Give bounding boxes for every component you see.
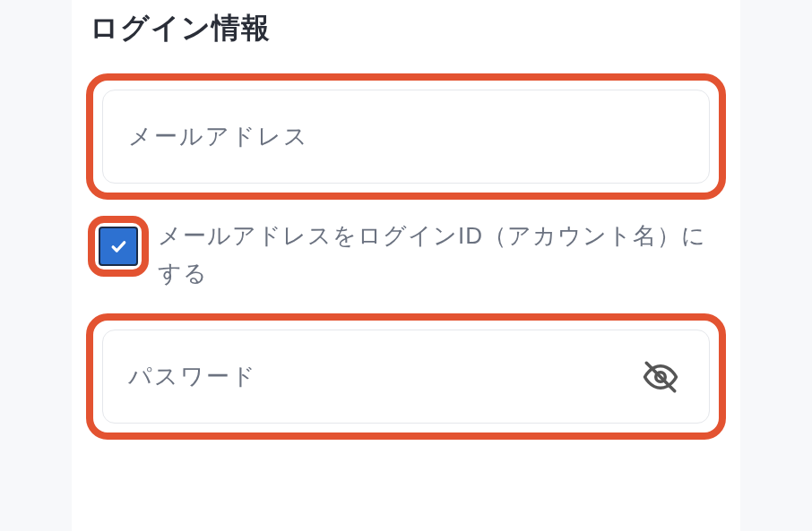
email-field-highlight [86, 73, 726, 200]
login-info-panel: ログイン情報 メールアドレスをログインID（アカウント名）にする [72, 0, 740, 531]
use-email-as-login-row: メールアドレスをログインID（アカウント名）にする [86, 216, 726, 292]
use-email-as-login-checkbox[interactable] [99, 227, 138, 266]
password-input[interactable] [102, 330, 710, 424]
toggle-password-visibility-icon[interactable] [642, 358, 679, 396]
use-email-as-login-label: メールアドレスをログインID（アカウント名）にする [158, 218, 726, 292]
check-icon [109, 237, 127, 255]
email-input[interactable] [102, 90, 710, 184]
section-title: ログイン情報 [90, 9, 726, 48]
password-field-highlight [86, 313, 726, 440]
checkbox-highlight [88, 216, 149, 277]
